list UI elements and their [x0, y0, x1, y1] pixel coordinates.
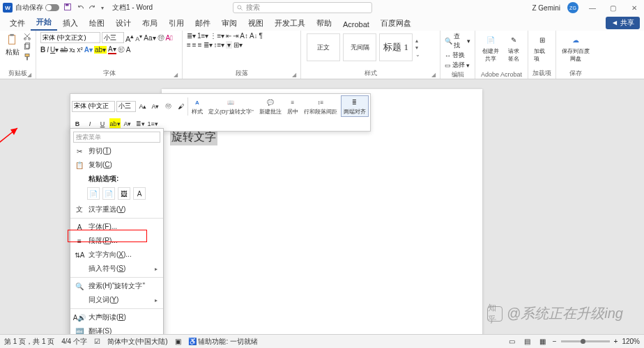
- shrink-font-icon[interactable]: A▾: [150, 101, 161, 112]
- strike-icon[interactable]: ab: [60, 46, 68, 54]
- search-box[interactable]: 搜索: [233, 2, 372, 13]
- minimize-button[interactable]: —: [585, 4, 599, 12]
- align-left-icon[interactable]: ≡: [187, 41, 191, 49]
- dialog-launcher-icon[interactable]: ◢: [292, 72, 296, 78]
- multilevel-icon[interactable]: ⋮≡▾: [210, 32, 224, 40]
- tab-insert[interactable]: 插入: [57, 16, 84, 31]
- change-case-icon[interactable]: Aa▾: [144, 34, 155, 42]
- macro-icon[interactable]: ▣: [175, 338, 181, 345]
- select-button[interactable]: ▭选择▾: [445, 61, 470, 70]
- text-direction-icon[interactable]: A↕: [240, 32, 248, 40]
- zoom-slider[interactable]: [561, 340, 610, 342]
- paste-keep-source-icon[interactable]: 📄: [87, 187, 100, 200]
- web-layout-icon[interactable]: ▦: [537, 337, 549, 347]
- style-more-icon[interactable]: ⌄: [415, 52, 420, 58]
- tab-layout[interactable]: 布局: [137, 16, 163, 31]
- bold-icon[interactable]: B: [40, 46, 45, 54]
- toggle-off-icon[interactable]: [45, 4, 59, 11]
- menu-copy[interactable]: 📋复制(C): [70, 158, 163, 172]
- font-name-select[interactable]: [40, 32, 100, 43]
- style-scroll-down-icon[interactable]: ▾: [415, 45, 420, 51]
- line-spacing-icon[interactable]: ↕≡▾: [214, 41, 225, 49]
- shrink-font-icon[interactable]: A▾: [135, 33, 142, 42]
- tab-mailings[interactable]: 邮件: [190, 16, 216, 31]
- bullets-icon[interactable]: ≣▾: [187, 32, 196, 40]
- adobe-sign-button[interactable]: ✎请求签名: [505, 32, 523, 64]
- menu-symbol[interactable]: 插入符号(S)▸: [70, 262, 163, 276]
- font-size-select[interactable]: [102, 32, 124, 43]
- adobe-create-button[interactable]: 📄创建并共享: [480, 32, 503, 64]
- undo-icon[interactable]: [76, 3, 84, 13]
- style-heading1[interactable]: 标题 1: [379, 33, 413, 61]
- menu-thesaurus[interactable]: 同义词(Y)▸: [70, 293, 163, 307]
- user-avatar[interactable]: ZG: [567, 2, 578, 13]
- style-scroll-up-icon[interactable]: ▴: [415, 38, 420, 44]
- accessibility-indicator[interactable]: ♿ 辅助功能: 一切就绪: [188, 337, 258, 347]
- print-layout-icon[interactable]: ▤: [522, 337, 533, 347]
- sort-icon[interactable]: A↓: [250, 32, 258, 40]
- word-count[interactable]: 4/4 个字: [61, 337, 87, 347]
- italic-icon[interactable]: I: [47, 46, 49, 54]
- dialog-launcher-icon[interactable]: ◢: [174, 72, 178, 78]
- qat-dropdown-icon[interactable]: ▾: [101, 5, 104, 11]
- document-area[interactable]: 旋转文字 选中要旋转的文字 A▴ A▾ ㊞ 🖌 A样式 📖定义(D)"旋转文字"…: [0, 79, 644, 334]
- borders-icon[interactable]: ⊞▾: [233, 41, 243, 49]
- spellcheck-icon[interactable]: ☑: [94, 338, 100, 345]
- menu-translate[interactable]: 🔤翻译(S): [70, 324, 163, 334]
- mini-spacing-button[interactable]: ↕≡行和段落间距: [302, 96, 339, 116]
- clear-format-icon[interactable]: A⃠: [166, 34, 173, 42]
- dialog-launcher-icon[interactable]: ◢: [27, 72, 31, 78]
- style-nospacing[interactable]: 无间隔: [343, 33, 376, 61]
- autosave-toggle[interactable]: 自动保存: [15, 3, 59, 13]
- tab-references[interactable]: 引用: [163, 16, 190, 31]
- phonic-icon[interactable]: ㊞: [158, 33, 164, 42]
- grow-font-icon[interactable]: A▴: [125, 32, 134, 43]
- decrease-indent-icon[interactable]: ⇤: [226, 32, 231, 40]
- mini-font-size[interactable]: [116, 101, 136, 112]
- replace-button[interactable]: ↔替换: [445, 51, 465, 60]
- tab-view[interactable]: 视图: [243, 16, 269, 31]
- tab-help[interactable]: 帮助: [311, 16, 337, 31]
- page-indicator[interactable]: 第 1 页，共 1 页: [4, 337, 54, 347]
- mini-center-button[interactable]: ≡居中: [285, 96, 300, 116]
- mini-justify-button[interactable]: ≣两端对齐: [341, 95, 369, 117]
- phonic-icon[interactable]: ㊞: [162, 101, 174, 112]
- zoom-in-icon[interactable]: +: [614, 338, 618, 345]
- selected-text[interactable]: 旋转文字: [170, 129, 217, 145]
- menu-paragraph[interactable]: ≡段落(P)...: [70, 234, 163, 248]
- menu-search[interactable]: 搜索菜单: [73, 132, 160, 143]
- save-icon[interactable]: [63, 3, 72, 13]
- align-center-icon[interactable]: ≡: [192, 41, 197, 49]
- tab-home[interactable]: 开始: [31, 15, 57, 31]
- language-indicator[interactable]: 简体中文(中国大陆): [107, 337, 168, 347]
- text-effect-icon[interactable]: A▾: [84, 46, 93, 54]
- align-right-icon[interactable]: ≡: [198, 41, 202, 49]
- share-button[interactable]: 共享: [606, 17, 640, 29]
- paste-text-icon[interactable]: A: [133, 187, 146, 200]
- menu-text-direction[interactable]: ⇅A文字方向(X)...: [70, 248, 163, 262]
- border-char-icon[interactable]: A: [126, 46, 131, 54]
- font-color-icon[interactable]: A▾: [108, 45, 116, 54]
- addin-button[interactable]: ⊞加载项: [532, 32, 551, 64]
- dialog-launcher-icon[interactable]: ◢: [431, 72, 436, 78]
- restore-button[interactable]: ▢: [606, 4, 620, 12]
- tab-review[interactable]: 审阅: [216, 16, 243, 31]
- underline-icon[interactable]: U▾: [50, 46, 59, 54]
- format-painter-icon[interactable]: [23, 53, 31, 63]
- user-name[interactable]: Z Gemini: [532, 4, 560, 12]
- find-button[interactable]: 🔍查找▾: [445, 32, 470, 50]
- focus-view-icon[interactable]: ▭: [507, 337, 518, 347]
- tab-draw[interactable]: 绘图: [84, 16, 110, 31]
- cut-icon[interactable]: [23, 32, 31, 42]
- tab-file[interactable]: 文件: [4, 16, 31, 31]
- paste-button[interactable]: 粘贴: [4, 32, 21, 58]
- show-marks-icon[interactable]: ¶: [259, 32, 263, 40]
- numbering-icon[interactable]: 1≡▾: [197, 32, 208, 40]
- zoom-level[interactable]: 120%: [622, 338, 640, 345]
- enclose-char-icon[interactable]: ㊓: [118, 45, 125, 54]
- paste-merge-icon[interactable]: 📄: [102, 187, 115, 200]
- copy-icon[interactable]: [23, 42, 31, 52]
- mini-style-button[interactable]: A样式: [190, 96, 205, 116]
- mini-font-name[interactable]: [72, 101, 115, 112]
- highlight-icon[interactable]: ab▾: [94, 46, 107, 54]
